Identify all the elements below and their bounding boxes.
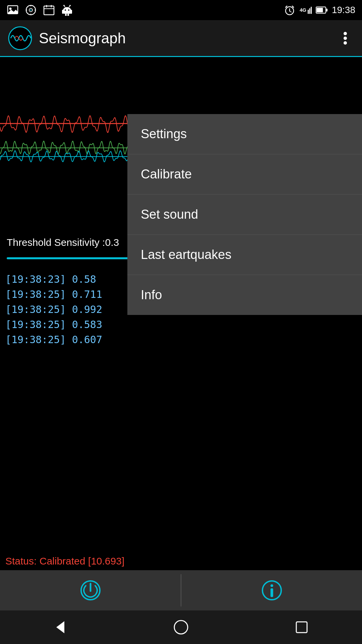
dropdown-menu: Settings Calibrate Set sound Last eartqu… — [127, 114, 362, 315]
svg-rect-31 — [308, 10, 309, 14]
status-bar-right-icons: 4G 19:38 — [284, 4, 355, 16]
menu-item-set-sound[interactable]: Set sound — [127, 195, 362, 235]
menu-item-info[interactable]: Info — [127, 275, 362, 315]
calendar-icon — [43, 4, 55, 16]
svg-point-20 — [69, 5, 71, 6]
svg-rect-36 — [326, 9, 327, 12]
log-entry-3: [19:38:25] 0.583 — [5, 317, 357, 332]
svg-marker-45 — [56, 621, 64, 633]
svg-point-39 — [344, 37, 347, 40]
log-entry-4: [19:38:25] 0.607 — [5, 332, 357, 347]
svg-rect-21 — [62, 10, 64, 14]
svg-point-43 — [270, 584, 273, 587]
menu-item-calibrate[interactable]: Calibrate — [127, 154, 362, 195]
svg-point-37 — [9, 27, 32, 50]
bottom-action-bar — [0, 570, 362, 610]
svg-point-46 — [174, 621, 188, 634]
status-bar: 4G 19:38 — [0, 0, 362, 20]
svg-point-19 — [63, 5, 65, 6]
svg-text:4G: 4G — [300, 7, 306, 13]
svg-point-1 — [9, 8, 12, 10]
image-icon — [7, 4, 19, 16]
svg-rect-35 — [316, 8, 323, 12]
svg-rect-24 — [67, 14, 69, 16]
svg-rect-44 — [270, 588, 273, 597]
svg-point-4 — [30, 9, 32, 11]
svg-line-27 — [290, 11, 291, 12]
signal-icon: 4G — [300, 4, 312, 16]
svg-rect-32 — [309, 8, 310, 14]
battery-icon — [316, 4, 328, 16]
menu-item-last-earthquakes[interactable]: Last eartquakes — [127, 235, 362, 275]
svg-rect-47 — [296, 622, 307, 633]
info-button[interactable] — [181, 570, 362, 610]
svg-point-38 — [344, 32, 347, 35]
alarm-icon — [284, 4, 296, 16]
svg-rect-9 — [44, 6, 54, 15]
svg-point-40 — [344, 41, 347, 45]
nav-recent-button[interactable] — [288, 617, 315, 637]
status-line: Status: Calibrated [10.693] — [0, 552, 362, 570]
svg-rect-22 — [70, 10, 72, 14]
status-time: 19:38 — [332, 5, 355, 15]
svg-rect-23 — [65, 14, 67, 16]
android-icon — [61, 4, 73, 16]
menu-item-settings[interactable]: Settings — [127, 114, 362, 154]
app-bar: Seismograph — [0, 20, 362, 57]
app-logo-icon — [8, 26, 32, 50]
svg-point-15 — [65, 9, 66, 11]
svg-rect-33 — [311, 7, 312, 14]
svg-point-16 — [68, 9, 69, 11]
nav-bar — [0, 610, 362, 644]
svg-rect-14 — [63, 10, 71, 14]
overflow-menu-button[interactable] — [337, 30, 354, 47]
svg-line-28 — [286, 6, 287, 7]
compass-icon — [25, 4, 37, 16]
main-content: Threshold Sensitivity :0.3 [19:38:23] 0.… — [0, 57, 362, 570]
power-button[interactable] — [0, 570, 181, 610]
nav-back-button[interactable] — [47, 617, 74, 637]
app-title: Seismograph — [39, 30, 337, 47]
nav-home-button[interactable] — [168, 617, 194, 637]
status-bar-left-icons — [7, 4, 73, 16]
svg-line-29 — [292, 6, 294, 7]
